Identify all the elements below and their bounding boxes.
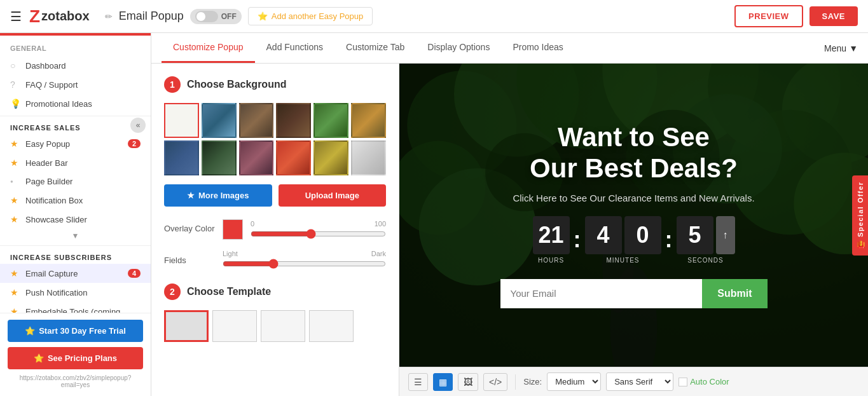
image-thumb-8[interactable] <box>202 140 237 175</box>
image-thumb-11[interactable] <box>313 140 348 175</box>
sidebar-item-label: Easy Popup <box>25 139 123 149</box>
image-thumb-3[interactable] <box>239 103 274 138</box>
template-thumb-1[interactable] <box>164 310 209 342</box>
topbar: ☰ Z zotabox ✏ Email Popup OFF ⭐ Add anot… <box>0 0 868 33</box>
image-thumb-7[interactable] <box>164 140 199 175</box>
image-thumb-1[interactable] <box>164 103 199 138</box>
sidebar-item-faq[interactable]: ? FAQ / Support <box>0 75 151 94</box>
sidebar-item-label: Header Bar <box>25 158 141 168</box>
size-label: Size: <box>523 377 542 386</box>
section2: 2 Choose Template <box>164 283 386 342</box>
badge: 4 <box>128 269 141 278</box>
more-arrow[interactable]: ▼ <box>0 229 151 243</box>
section2-header: 2 Choose Template <box>164 283 386 300</box>
tab-customize-popup[interactable]: Customize Popup <box>162 33 255 63</box>
pricing-button[interactable]: ⭐ See Pricing Plans <box>8 347 143 369</box>
sidebar-item-label: Push Notification <box>25 288 141 297</box>
chevron-down-icon: ▼ <box>849 43 858 53</box>
more-images-button[interactable]: ★ More Images <box>164 184 272 207</box>
image-thumb-9[interactable] <box>239 140 274 175</box>
collapse-sidebar-button[interactable]: « <box>130 118 146 133</box>
image-thumb-10[interactable] <box>276 140 311 175</box>
sidebar-item-label: FAQ / Support <box>25 80 141 90</box>
toolbar-code-icon[interactable]: </> <box>483 373 507 391</box>
menu-label: Menu <box>824 43 846 53</box>
section1-title: Choose Background <box>187 79 286 90</box>
slider-max: 100 <box>375 220 386 228</box>
toggle-label: OFF <box>221 12 237 21</box>
toolbar-text-icon[interactable]: ☰ <box>408 373 428 391</box>
sidebar-item-header-bar[interactable]: ★ Header Bar <box>0 153 151 172</box>
light-label: Light <box>223 250 238 257</box>
overlay-slider[interactable] <box>251 229 386 239</box>
badge: 2 <box>128 139 141 148</box>
page-title-area: ✏ Email Popup OFF ⭐ Add another Easy Pop… <box>105 7 734 25</box>
overlay-slider-wrap: 0 100 <box>251 220 386 239</box>
special-offer-label: Special Offer <box>857 182 864 237</box>
tab-promo-ideas[interactable]: Promo Ideas <box>501 33 574 63</box>
template-thumb-3[interactable] <box>261 310 305 342</box>
sidebar-item-promo[interactable]: 💡 Promotional Ideas <box>0 94 151 113</box>
preview-panel: Want to See Our Best Deals? Click Here t… <box>399 64 868 396</box>
toggle-track[interactable] <box>195 11 218 22</box>
toolbar-image-icon[interactable]: 🖼 <box>458 373 478 391</box>
left-panel: 1 Choose Background <box>151 64 399 396</box>
sidebar-item-easy-popup[interactable]: ★ Easy Popup 2 <box>0 134 151 153</box>
trial-button[interactable]: ⭐ Start 30 Day Free Trial <box>8 320 143 342</box>
preview-button[interactable]: PREVIEW <box>734 5 803 27</box>
tab-display-options[interactable]: Display Options <box>416 33 501 63</box>
sidebar-item-label: Notification Box <box>25 196 141 205</box>
more-images-label: More Images <box>198 191 249 200</box>
tab-customize-tab[interactable]: Customize Tab <box>334 33 416 63</box>
sidebar-item-notification[interactable]: ★ Notification Box <box>0 191 151 210</box>
upload-image-button[interactable]: Upload Image <box>279 184 387 207</box>
template-thumb-2[interactable] <box>212 310 257 342</box>
sidebar-item-label: Email Capture <box>25 269 123 278</box>
tabs: Customize Popup Add Functions Customize … <box>151 33 868 64</box>
image-thumb-5[interactable] <box>313 103 348 138</box>
email-input[interactable] <box>500 279 703 308</box>
size-select[interactable]: Medium Small Large <box>547 372 601 391</box>
image-thumb-12[interactable] <box>351 140 386 175</box>
content: 1 Choose Background <box>151 64 868 396</box>
image-thumb-2[interactable] <box>202 103 237 138</box>
template-thumb-4[interactable] <box>309 310 354 342</box>
section2-title: Choose Template <box>187 286 271 297</box>
tab-menu[interactable]: Menu ▼ <box>824 34 858 62</box>
star-icon: ★ <box>10 268 20 278</box>
toolbar-grid-icon[interactable]: ▦ <box>433 373 453 391</box>
seconds-block: 5 <box>677 216 713 254</box>
add-easy-popup-button[interactable]: ⭐ Add another Easy Popup <box>248 7 373 25</box>
save-button[interactable]: SAVE <box>809 6 858 26</box>
sidebar-item-email-capture[interactable]: ★ Email Capture 4 <box>0 264 151 283</box>
toggle-wrap[interactable]: OFF <box>190 9 242 24</box>
sidebar-item-dashboard[interactable]: ○ Dashboard <box>0 56 151 75</box>
trial-label: Start 30 Day Free Trial <box>39 326 126 336</box>
tab-add-functions[interactable]: Add Functions <box>255 33 335 63</box>
star-icon: ★ <box>10 287 20 297</box>
star-icon: ⭐ <box>34 353 44 363</box>
font-select[interactable]: Sans Serif Serif Monospace <box>606 372 673 391</box>
sidebar-item-showcase[interactable]: ★ Showcase Slider <box>0 210 151 229</box>
overlay-color-swatch[interactable] <box>223 219 243 240</box>
star-icon: ★ <box>10 158 20 168</box>
fields-row: Fields Light Dark <box>164 250 386 271</box>
sidebar-item-label: Page Builder <box>25 177 141 186</box>
star-icon: ★ <box>10 195 20 205</box>
seconds-section: 5 ↑ SECONDS <box>677 216 735 264</box>
hours-block: 21 <box>533 216 570 254</box>
image-thumb-4[interactable] <box>276 103 311 138</box>
auto-color-checkbox[interactable] <box>679 378 687 386</box>
special-offer-ribbon[interactable]: 🎁 Special Offer <box>852 175 868 256</box>
topbar-right: PREVIEW SAVE <box>734 5 858 27</box>
toolbar-separator <box>515 374 516 390</box>
image-thumb-6[interactable] <box>351 103 386 138</box>
sidebar-item-page-builder[interactable]: ● Page Builder <box>0 172 151 191</box>
submit-button[interactable]: Submit <box>702 279 767 308</box>
fields-slider[interactable] <box>223 259 386 269</box>
pricing-label: See Pricing Plans <box>48 353 117 363</box>
hamburger-menu[interactable]: ☰ <box>10 9 22 24</box>
auto-color-wrap[interactable]: Auto Color <box>679 377 729 386</box>
section1-num: 1 <box>164 76 181 93</box>
sidebar-item-push[interactable]: ★ Push Notification <box>0 283 151 302</box>
